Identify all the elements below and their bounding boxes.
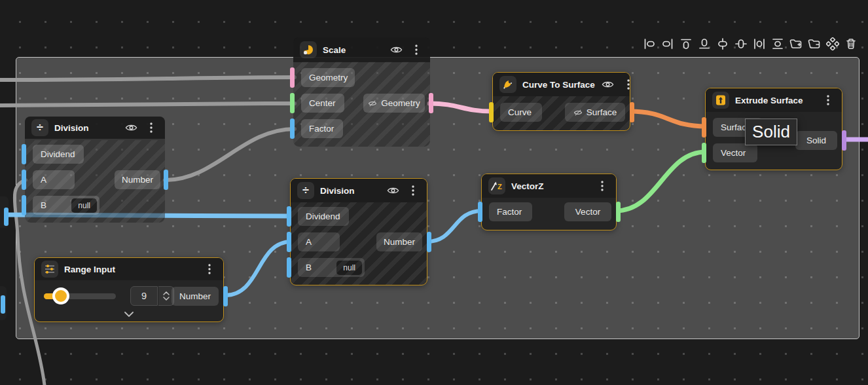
align-bottom-icon[interactable] [697, 37, 711, 51]
group-add-icon[interactable] [789, 37, 803, 51]
node-vectorz[interactable]: Z VectorZ Factor Vector [481, 174, 617, 230]
visibility-eye-icon[interactable] [601, 78, 615, 91]
distribute-horizontal-icon[interactable] [752, 37, 766, 51]
node-title: Curve To Surface [522, 80, 595, 90]
input-port-a[interactable] [287, 232, 291, 252]
output-port[interactable] [1, 295, 5, 314]
wire-division2-to-vectorz[interactable] [427, 211, 482, 242]
stepper-up-icon[interactable] [163, 291, 170, 295]
division-node-icon: ÷ [31, 119, 48, 136]
output-chip[interactable]: Surface [565, 103, 625, 122]
range-slider-knob[interactable] [52, 287, 69, 304]
input-port-vector[interactable] [702, 143, 706, 163]
input-chip[interactable]: Center [301, 94, 344, 113]
curve-to-surface-node-icon [499, 76, 516, 93]
input-port-b[interactable] [22, 195, 26, 215]
offscreen-node-stub [0, 196, 9, 228]
eye-slash-icon [368, 100, 377, 107]
extrude-surface-node-icon [712, 92, 729, 109]
vectorz-node-icon: Z [488, 177, 505, 194]
input-port-surface[interactable] [702, 117, 706, 138]
input-chip[interactable]: Curve [500, 103, 542, 122]
input-chip[interactable]: A [298, 232, 340, 251]
input-chip[interactable]: B null [33, 196, 99, 215]
input-port-center[interactable] [290, 93, 295, 113]
kebab-menu-icon[interactable] [621, 78, 636, 91]
arrange-components-icon[interactable] [825, 37, 839, 51]
node-curve-to-surface[interactable]: Curve To Surface Curve Surface [492, 72, 630, 131]
input-chip[interactable]: Vector [713, 143, 757, 162]
input-port-a[interactable] [22, 170, 26, 190]
input-chip[interactable]: Factor [301, 119, 343, 138]
input-port-curve[interactable] [489, 102, 494, 122]
input-chip[interactable]: Dividend [33, 145, 84, 164]
stepper-down-icon[interactable] [163, 297, 170, 301]
output-port-number[interactable] [223, 286, 228, 306]
expand-chevron-icon[interactable] [122, 310, 136, 318]
input-port-dividend[interactable] [22, 144, 26, 164]
kebab-menu-icon[interactable] [595, 179, 609, 192]
align-left-icon[interactable] [642, 37, 656, 51]
align-center-vertical-icon[interactable] [734, 37, 748, 51]
offscreen-node-stub [0, 286, 7, 320]
node-division-center[interactable]: ÷ Division Dividend A Number B null [290, 178, 427, 285]
node-division-left[interactable]: ÷ Division Dividend A Number B null [25, 117, 165, 223]
canvas-toolbar [642, 37, 858, 51]
output-chip[interactable]: Number [115, 170, 160, 189]
kebab-menu-icon[interactable] [202, 263, 217, 276]
output-chip[interactable]: Number [376, 232, 422, 251]
node-title: VectorZ [511, 181, 589, 191]
align-center-horizontal-icon[interactable] [715, 37, 729, 51]
output-port[interactable] [4, 208, 9, 226]
wire-division-number-to-scale-factor[interactable] [165, 129, 295, 180]
align-right-icon[interactable] [660, 37, 674, 51]
output-chip[interactable]: Number [172, 287, 219, 306]
range-input-node-icon [41, 261, 58, 278]
wire-range-to-division2-a[interactable] [225, 242, 291, 295]
output-port-surface[interactable] [630, 102, 634, 122]
kebab-menu-icon[interactable] [409, 43, 424, 56]
output-chip[interactable]: Vector [564, 202, 611, 221]
node-title: Range Input [64, 265, 196, 274]
wire-into-scale-center[interactable] [0, 103, 295, 105]
input-port-geometry[interactable] [290, 67, 295, 88]
input-chip[interactable]: A [33, 170, 75, 189]
output-port-vector[interactable] [616, 202, 621, 222]
wire-curvetosurface-to-extrude[interactable] [630, 111, 706, 126]
node-range-input[interactable]: Range Input 9 Number [34, 257, 224, 322]
output-port-number[interactable] [164, 170, 168, 190]
wire-into-scale-geometry[interactable] [0, 77, 295, 80]
scale-node-icon [300, 41, 317, 58]
kebab-menu-icon[interactable] [406, 184, 420, 197]
node-title: Division [54, 123, 118, 133]
delete-icon[interactable] [844, 37, 858, 51]
input-chip[interactable]: B null [298, 258, 365, 277]
input-chip[interactable]: Factor [489, 202, 532, 221]
division-node-icon: ÷ [297, 182, 314, 199]
input-port-factor[interactable] [478, 202, 482, 222]
input-chip[interactable]: Dividend [298, 207, 349, 226]
kebab-menu-icon[interactable] [144, 121, 158, 134]
output-port-number[interactable] [427, 232, 431, 252]
align-top-icon[interactable] [679, 37, 693, 51]
node-scale[interactable]: Scale Geometry Center Geometry Factor [293, 37, 430, 147]
visibility-eye-icon[interactable] [389, 43, 403, 56]
kebab-menu-icon[interactable] [821, 94, 835, 107]
null-value-badge: null [71, 198, 97, 213]
group-remove-icon[interactable] [807, 37, 821, 51]
input-chip[interactable]: Geometry [301, 68, 355, 87]
range-slider-track[interactable] [44, 293, 116, 299]
visibility-eye-icon[interactable] [124, 121, 138, 134]
node-title: Division [320, 186, 380, 196]
wire-vectorz-to-extrude[interactable] [616, 152, 706, 211]
visibility-eye-icon[interactable] [386, 184, 400, 197]
output-port-geometry[interactable] [429, 93, 433, 113]
distribute-vertical-icon[interactable] [770, 37, 784, 51]
range-value-input[interactable]: 9 [130, 286, 158, 306]
input-port-factor[interactable] [290, 119, 295, 139]
output-chip[interactable]: Geometry [363, 94, 425, 113]
input-port-dividend[interactable] [287, 206, 291, 227]
output-port-solid[interactable] [842, 130, 846, 151]
input-port-b[interactable] [287, 257, 291, 278]
wire-scale-to-curvetosurface[interactable] [429, 103, 492, 111]
